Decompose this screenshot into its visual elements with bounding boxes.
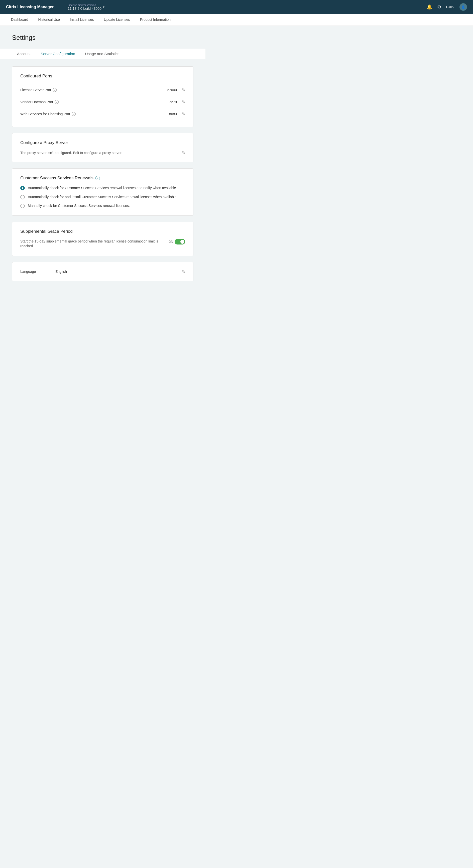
configured-ports-title: Configured Ports: [20, 74, 185, 79]
supplemental-grace-toggle[interactable]: [175, 239, 185, 245]
nav-item-update-licenses[interactable]: Update Licenses: [99, 14, 135, 26]
language-edit-icon[interactable]: ✎: [182, 269, 185, 274]
vendor-daemon-port-edit-icon[interactable]: ✎: [182, 99, 185, 104]
license-server-port-value: 27000: [157, 88, 177, 92]
supplemental-grace-card: Supplemental Grace Period Start the 15-d…: [12, 222, 193, 256]
vendor-daemon-port-help-icon[interactable]: ?: [55, 100, 59, 104]
css-radio-notify-label: Automatically check for Customer Success…: [28, 186, 177, 191]
supplemental-grace-text: Start the 15-day supplemental grace peri…: [20, 239, 165, 249]
hello-text: Hello,: [446, 5, 454, 9]
tab-server-configuration[interactable]: Server Configuration: [36, 49, 80, 59]
app-brand: Citrix Licensing Manager: [6, 5, 54, 9]
css-radio-install: Automatically check for and install Cust…: [20, 195, 185, 200]
web-services-port-help-icon[interactable]: ?: [72, 112, 76, 116]
proxy-server-card: Configure a Proxy Server The proxy serve…: [12, 133, 193, 162]
page-title: Settings: [12, 34, 193, 41]
version-number: 11.17.2.0 build 43000: [68, 6, 101, 10]
header-icons: 🔔 ⚙ Hello, 👤: [427, 3, 467, 11]
nav-item-dashboard[interactable]: Dashboard: [6, 14, 33, 26]
license-server-port-label: License Server Port ?: [20, 88, 157, 92]
tab-usage-and-statistics[interactable]: Usage and Statistics: [80, 49, 125, 59]
header: Citrix Licensing Manager License Server …: [0, 0, 473, 14]
nav-item-product-information[interactable]: Product Information: [135, 14, 176, 26]
configured-ports-card: Configured Ports License Server Port ? 2…: [12, 66, 193, 127]
bell-icon[interactable]: 🔔: [427, 4, 432, 10]
supplemental-grace-title: Supplemental Grace Period: [20, 229, 185, 234]
tab-account[interactable]: Account: [12, 49, 36, 59]
vendor-daemon-port-label: Vendor Daemon Port ?: [20, 100, 157, 104]
settings-tabs: Account Server Configuration Usage and S…: [0, 49, 206, 59]
main-nav: Dashboard Historical Use Install License…: [0, 14, 473, 26]
web-services-port-value: 8083: [157, 112, 177, 116]
toggle-track: [175, 239, 185, 245]
language-label: Language: [20, 270, 45, 274]
proxy-server-title: Configure a Proxy Server: [20, 140, 185, 145]
css-radio-notify: Automatically check for Customer Success…: [20, 186, 185, 191]
vendor-daemon-port-value: 7279: [157, 100, 177, 104]
supplemental-grace-row: Start the 15-day supplemental grace peri…: [20, 239, 185, 249]
web-services-port-row: Web Services for Licensing Port ? 8083 ✎: [20, 108, 185, 120]
license-server-port-row: License Server Port ? 27000 ✎: [20, 84, 185, 96]
css-radio-install-label: Automatically check for and install Cust…: [28, 195, 178, 200]
user-avatar[interactable]: 👤: [460, 3, 467, 11]
version-chevron-icon[interactable]: ▾: [103, 5, 104, 9]
toggle-thumb: [180, 240, 184, 244]
proxy-row: The proxy server isn't configured. Edit …: [20, 150, 185, 155]
license-server-port-edit-icon[interactable]: ✎: [182, 87, 185, 92]
css-radio-install-button[interactable]: [20, 195, 25, 199]
css-radio-manual-button[interactable]: [20, 204, 25, 208]
proxy-text: The proxy server isn't configured. Edit …: [20, 151, 178, 155]
language-value: English: [55, 270, 172, 274]
css-radio-manual: Manually check for Customer Success Serv…: [20, 204, 185, 209]
toggle-on-label: ON: [168, 240, 173, 244]
vendor-daemon-port-row: Vendor Daemon Port ? 7279 ✎: [20, 96, 185, 108]
web-services-port-edit-icon[interactable]: ✎: [182, 112, 185, 116]
css-renewals-info-icon[interactable]: i: [95, 176, 100, 180]
css-renewals-card: Customer Success Services Renewals i Aut…: [12, 168, 193, 216]
css-renewals-title-row: Customer Success Services Renewals i: [20, 176, 185, 181]
css-renewals-title: Customer Success Services Renewals: [20, 176, 93, 181]
main-content: Settings Account Server Configuration Us…: [0, 26, 206, 296]
language-card: Language English ✎: [12, 262, 193, 281]
nav-item-install-licenses[interactable]: Install Licenses: [65, 14, 99, 26]
gear-icon[interactable]: ⚙: [437, 4, 441, 10]
language-row: Language English ✎: [20, 269, 185, 274]
version-block: License Server Version 11.17.2.0 build 4…: [68, 3, 104, 10]
license-server-port-help-icon[interactable]: ?: [53, 88, 57, 92]
version-info: License Server Version 11.17.2.0 build 4…: [68, 3, 101, 10]
nav-item-historical-use[interactable]: Historical Use: [33, 14, 65, 26]
web-services-port-label: Web Services for Licensing Port ?: [20, 112, 157, 116]
supplemental-grace-toggle-wrapper: ON: [168, 239, 185, 245]
version-label: License Server Version: [68, 3, 101, 6]
css-radio-notify-button[interactable]: [20, 186, 25, 190]
proxy-edit-icon[interactable]: ✎: [182, 150, 185, 155]
css-radio-manual-label: Manually check for Customer Success Serv…: [28, 204, 130, 209]
